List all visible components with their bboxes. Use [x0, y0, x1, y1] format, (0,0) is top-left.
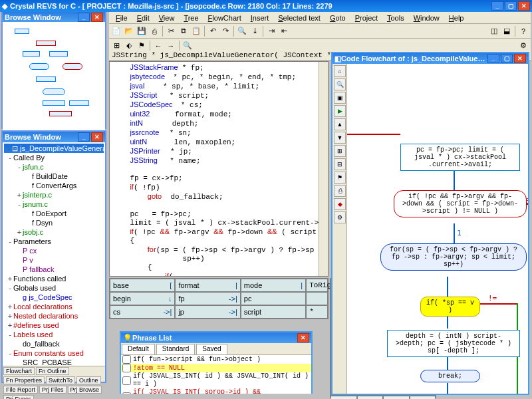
browse-overview-min[interactable]: _: [78, 13, 90, 22]
menu-window[interactable]: Window: [410, 13, 444, 23]
fc-tool-fit-icon[interactable]: ▣: [334, 92, 346, 104]
fc-tool-nav-icon[interactable]: ▶: [334, 105, 346, 117]
tree-tab-prj-funcs[interactable]: Prj Funcs: [3, 395, 34, 399]
tree-item[interactable]: -jsfun.c: [4, 162, 104, 172]
flowchart-yellow-node[interactable]: if( *sp == v ): [420, 297, 480, 317]
flowchart-proc-node[interactable]: depth = ( intN ) script->depth; pc = ( j…: [387, 330, 520, 357]
flowchart-min[interactable]: _: [487, 54, 499, 63]
tree-item[interactable]: f ConvertArgs: [4, 181, 104, 190]
fc-tool-config-icon[interactable]: ⚙: [334, 211, 346, 223]
tree-item[interactable]: f Dsyn: [4, 218, 104, 227]
findnext-icon[interactable]: ⤓: [249, 25, 261, 37]
tree-tab-outline[interactable]: Outline: [76, 376, 101, 384]
token-cell[interactable]: fp->|: [175, 292, 240, 305]
indent-icon[interactable]: ⇥: [265, 25, 277, 37]
tree-item[interactable]: -Enum constants used: [4, 348, 104, 358]
fc-tool-print-icon[interactable]: ⎙: [334, 185, 346, 197]
token-cell[interactable]: ToRight: [306, 279, 328, 292]
tree-item[interactable]: P cx: [4, 246, 104, 255]
tree-item[interactable]: P v: [4, 255, 104, 265]
op-button[interactable]: ~: [410, 396, 436, 399]
tree-item[interactable]: -Labels used: [4, 330, 104, 339]
phrase-row[interactable]: if( JSVAL_IS_INT( sprop->id ) && JSVAL_T…: [121, 388, 311, 394]
menu-tools[interactable]: Tools: [383, 13, 408, 23]
menu-file[interactable]: File: [112, 13, 132, 23]
undo-icon[interactable]: ↶: [207, 25, 219, 37]
tree-tab-file-report[interactable]: File Report: [3, 386, 38, 394]
phrase-checkbox[interactable]: [122, 355, 131, 364]
phrase-list-close[interactable]: ✕: [297, 333, 309, 342]
fc-tool-up-icon[interactable]: ▲: [334, 118, 346, 130]
menu-selected-text[interactable]: Selected text: [274, 13, 325, 23]
tree-item[interactable]: +Local declarations: [4, 302, 104, 311]
split-v-icon[interactable]: ⬓: [501, 25, 513, 37]
tree-item[interactable]: f BuildDate: [4, 172, 104, 181]
phrase-checkbox[interactable]: [122, 376, 131, 385]
phrase-row[interactable]: if( JSVAL_IS_INT( id ) && JSVAL_TO_INT( …: [121, 372, 311, 388]
minimize-button[interactable]: _: [491, 1, 503, 11]
menu-tree[interactable]: Tree: [180, 13, 202, 23]
browse-tree-min[interactable]: _: [78, 132, 90, 142]
code-editor[interactable]: JSStackFrame * fp; jsbytecode * pc, * be…: [109, 61, 329, 277]
fc-tool-expand-icon[interactable]: ⊞: [334, 145, 346, 157]
tree-tab-prj-browse[interactable]: Prj Browse: [68, 386, 102, 394]
tree-tab-prj-files[interactable]: Prj Files: [39, 386, 66, 394]
tree-item[interactable]: +Functions called: [4, 274, 104, 283]
flowchart-cond-node[interactable]: if( !pc && fp->argv && fp->down && ( scr…: [394, 190, 527, 217]
fc-tool-bookmark-icon[interactable]: ⚑: [334, 172, 346, 184]
token-cell[interactable]: base[: [110, 279, 175, 292]
nav-fwd-icon[interactable]: →: [165, 40, 177, 52]
flowchart-loop-node[interactable]: for(sp = ( fp->sp < fp->argv ) ? fp ->sp…: [380, 243, 527, 271]
token-cell[interactable]: [306, 292, 328, 305]
menu-insert[interactable]: Insert: [247, 13, 273, 23]
open-icon[interactable]: 📂: [123, 25, 135, 37]
phrase-tab-standard[interactable]: Standard: [156, 344, 196, 354]
split-h-icon[interactable]: ◫: [488, 25, 500, 37]
token-cell[interactable]: jp->|: [175, 305, 240, 319]
tree-item[interactable]: +jsinterp.c: [4, 190, 104, 200]
zoom-icon[interactable]: 🔍: [182, 40, 194, 52]
fc-tool-zoom-icon[interactable]: 🔍: [334, 78, 346, 90]
op-button[interactable]: /=: [357, 396, 384, 399]
phrase-checkbox[interactable]: [122, 392, 131, 394]
outdent-icon[interactable]: ⇤: [278, 25, 290, 37]
tree-item[interactable]: +Nested declarations: [4, 311, 104, 321]
token-cell[interactable]: cs->|: [110, 305, 175, 319]
tree-root[interactable]: -⊡ js_DecompileValueGenerat: [4, 144, 104, 153]
token-cell[interactable]: *: [306, 305, 328, 319]
editor-vscroll[interactable]: [319, 62, 328, 276]
op-button[interactable]: %=: [383, 396, 410, 399]
phrase-row[interactable]: if( fun->script && fun->object ): [121, 355, 311, 364]
overview-diagram[interactable]: [3, 22, 105, 138]
fc-tool-chart-icon[interactable]: ◆: [334, 198, 346, 210]
flowchart-proc-node[interactable]: pc = fp->pc; limit = ( jsval * ) cx->sta…: [400, 144, 520, 171]
phrase-tab-saved[interactable]: Saved: [196, 344, 227, 354]
code-text[interactable]: JSStackFrame * fp; jsbytecode * pc, * be…: [110, 62, 328, 277]
redo-icon[interactable]: ↷: [219, 25, 231, 37]
token-cell[interactable]: begin↓: [110, 292, 175, 305]
tree-item[interactable]: +jsobj.c: [4, 227, 104, 237]
phrase-body[interactable]: if( fun->script && fun->object )!atom ==…: [121, 355, 311, 394]
flowchart-loop-node[interactable]: break;: [420, 370, 480, 382]
tree-tab-fn-properties[interactable]: Fn Properties: [3, 376, 45, 384]
new-icon[interactable]: 📄: [110, 25, 122, 37]
phrase-checkbox[interactable]: [122, 364, 131, 372]
bookmark-icon[interactable]: ⚑: [136, 40, 148, 52]
symbol-tree[interactable]: -⊡ js_DecompileValueGenerat -Called By-j…: [3, 142, 105, 367]
fc-tool-collapse-icon[interactable]: ⊟: [334, 158, 346, 170]
menu-help[interactable]: Help: [445, 13, 468, 23]
tree-item[interactable]: -Called By: [4, 153, 104, 162]
menu-project[interactable]: Project: [351, 13, 382, 23]
config-icon[interactable]: ⚙: [517, 40, 529, 52]
op-button[interactable]: *=: [331, 396, 357, 399]
phrase-tab-default[interactable]: Default: [122, 344, 155, 354]
maximize-button[interactable]: ▢: [505, 1, 517, 11]
find-icon[interactable]: 🔍: [236, 25, 248, 37]
browse-overview-close[interactable]: ✕: [91, 13, 103, 22]
menu-flowchart[interactable]: FlowChart: [204, 13, 245, 23]
paste-icon[interactable]: 📋: [190, 25, 202, 37]
flowchart-max[interactable]: ▢: [501, 54, 513, 63]
menu-edit[interactable]: Edit: [133, 13, 154, 23]
browse-tree-close[interactable]: ✕: [91, 132, 103, 142]
nav-back-icon[interactable]: ←: [152, 40, 164, 52]
